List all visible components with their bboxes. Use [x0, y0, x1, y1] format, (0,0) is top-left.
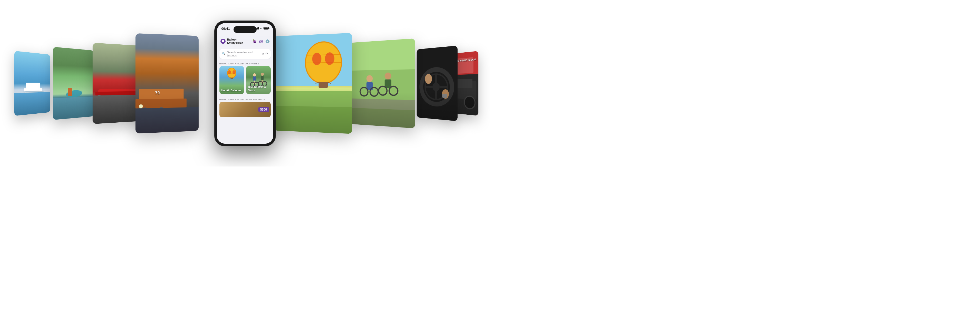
card-fade [350, 91, 415, 128]
activity-card-balloon[interactable]: Hot Air Balloons [220, 66, 244, 94]
svg-rect-18 [261, 76, 264, 80]
bar4 [258, 27, 259, 30]
activity-card-bike[interactable]: Bike Rentals & Tours [246, 66, 271, 94]
svg-rect-36 [350, 38, 415, 70]
balloon-svg [224, 67, 239, 83]
header-title-line2: Safety Brief [227, 41, 243, 45]
wifi-icon: ▲ [260, 27, 262, 30]
card-kayak [53, 47, 94, 120]
balloon-activity-label: Hot Air Balloons [221, 89, 242, 92]
balloon-label-text: Hot Air Balloons [221, 89, 242, 92]
activities-section-header: BOOK NAPA VALLEY ACTIVITIES [217, 61, 273, 66]
bar3 [257, 27, 258, 30]
card-steering [417, 45, 458, 121]
price-badge: $300 [258, 107, 269, 112]
card-yacht [14, 51, 50, 116]
card-balloon-right [274, 33, 352, 134]
app-header: Balloon Safety Brief 🍇 🍽 ⚙️ [217, 36, 273, 47]
status-time: 09:41 [221, 27, 230, 30]
card-fade [53, 90, 94, 120]
card-fade [417, 90, 458, 121]
screen-content: Balloon Safety Brief 🍇 🍽 ⚙️ [217, 36, 273, 144]
svg-point-7 [232, 70, 235, 74]
card-biketour [350, 38, 415, 128]
card-visual-balloon-right [274, 33, 352, 134]
card-visual-yacht [14, 51, 50, 116]
svg-rect-8 [231, 78, 233, 79]
svg-point-17 [261, 73, 264, 76]
card-train: 70 [135, 33, 199, 134]
map-icon[interactable]: 🗺 [266, 53, 268, 55]
card-fade [274, 92, 352, 134]
balloon-icon-svg [221, 40, 224, 43]
search-bar[interactable]: 🔍 Search wineries and tastings ⚙ 🗺 [220, 49, 271, 59]
settings-icon[interactable]: ⚙️ [265, 39, 270, 43]
header-title-text: Balloon Safety Brief [227, 38, 243, 45]
activities-row: Hot Air Balloons [217, 66, 273, 97]
svg-rect-30 [319, 82, 328, 88]
svg-point-6 [228, 70, 231, 74]
phone-device: 09:41 ▲ [214, 21, 276, 146]
card-visual-kayak [53, 47, 94, 120]
card-fade [135, 92, 199, 133]
filter-icon[interactable]: ⚙ [262, 53, 264, 55]
search-icon: 🔍 [222, 52, 226, 56]
grapes-icon[interactable]: 🍇 [252, 39, 256, 43]
svg-point-0 [222, 40, 224, 42]
card-fade [14, 89, 50, 116]
cards-container: 70 09:41 [0, 0, 490, 167]
bike-label-text: Bike Rentals & Tours [248, 86, 266, 92]
phone-screen: 09:41 ▲ [217, 23, 273, 144]
header-right: 🍇 🍽 ⚙️ [252, 39, 270, 43]
food-icon[interactable]: 🍽 [259, 39, 263, 43]
bike-activity-label: Bike Rentals & Tours [248, 85, 271, 92]
wine-card-1[interactable]: $300 [220, 102, 271, 117]
svg-rect-12 [253, 76, 256, 81]
dynamic-island [234, 26, 256, 33]
search-placeholder: Search wineries and tastings [227, 51, 260, 57]
header-left: Balloon Safety Brief [220, 38, 243, 45]
card-visual-steering [417, 45, 458, 121]
phone-container: 09:41 ▲ [214, 21, 276, 146]
card-visual-biketour [350, 38, 415, 128]
balloon-app-icon [220, 39, 226, 44]
svg-point-11 [253, 73, 256, 76]
status-icons: ▲ [255, 27, 269, 30]
header-title-line1: Balloon [227, 38, 243, 41]
svg-rect-1 [223, 42, 223, 43]
wine-section-header: BOOK NAPA VALLEY WINE TASTINGS [217, 97, 273, 102]
main-scene: 70 09:41 [0, 0, 490, 167]
svg-rect-42 [385, 79, 391, 88]
card-visual-train: 70 [135, 33, 199, 134]
search-right-icons: ⚙ 🗺 [262, 53, 268, 55]
wine-cards-row: $300 [217, 102, 273, 117]
battery-icon [264, 27, 269, 30]
